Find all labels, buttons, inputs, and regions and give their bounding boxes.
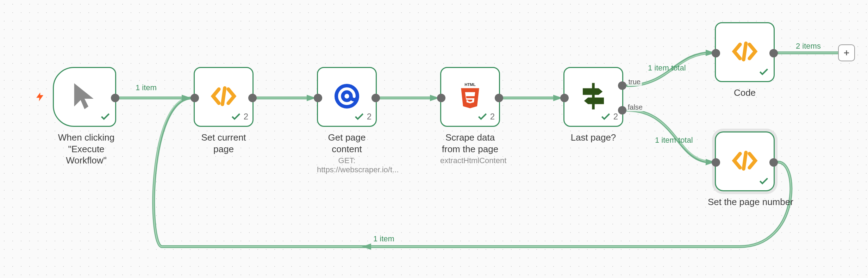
edge-label-false: 1 item total [655, 136, 693, 145]
node-trigger[interactable]: When clicking "Execute Workflow" [53, 67, 120, 166]
true-label: true [627, 78, 642, 86]
svg-rect-3 [592, 83, 595, 110]
output-port[interactable] [111, 94, 119, 102]
node-scrape-data[interactable]: HTML 2 Scrape data from the page extract… [440, 67, 500, 165]
node-title: Last page? [563, 132, 623, 143]
signpost-icon [577, 80, 609, 113]
input-port[interactable] [191, 94, 199, 102]
node-title: Code [715, 87, 775, 99]
html5-icon: HTML [456, 82, 484, 112]
exec-count: 2 [613, 112, 618, 122]
at-icon [333, 82, 361, 112]
svg-text:HTML: HTML [464, 82, 476, 87]
status-check-icon [100, 111, 111, 122]
code-icon [731, 37, 759, 67]
output-port[interactable] [769, 158, 778, 167]
output-port-false[interactable] [618, 106, 626, 115]
input-port[interactable] [712, 49, 720, 57]
node-title: Set current page [194, 132, 254, 155]
node-title: Get page content [317, 132, 377, 155]
edge-label-loop: 1 item [373, 234, 394, 243]
node-title: When clicking "Execute Workflow" [53, 132, 120, 166]
node-get-page-content[interactable]: 2 Get page content GET: https://webscrap… [317, 67, 377, 174]
status-check-icon [758, 66, 769, 78]
edge-label-code-out: 2 items [796, 42, 821, 51]
input-port[interactable] [560, 94, 569, 102]
status-check-icon [758, 175, 769, 187]
cursor-icon [69, 81, 100, 113]
exec-count: 2 [490, 112, 495, 122]
svg-point-0 [336, 86, 357, 107]
output-port-true[interactable] [618, 81, 626, 90]
edge-label-true: 1 item total [648, 63, 686, 73]
node-subtitle: GET: https://webscraper.io/t... [317, 156, 377, 174]
exec-count: 2 [244, 112, 248, 122]
trigger-bolt-icon [35, 90, 45, 107]
node-set-page-number[interactable]: Set the page number [715, 131, 775, 208]
input-port[interactable] [712, 158, 720, 167]
node-title: Scrape data from the page [440, 132, 500, 155]
output-port[interactable] [371, 94, 380, 102]
status-check-icon: 2 [600, 111, 618, 122]
input-port[interactable] [314, 94, 322, 102]
output-port[interactable] [769, 49, 778, 57]
input-port[interactable] [437, 94, 445, 102]
output-port[interactable] [248, 94, 257, 102]
code-icon [731, 147, 759, 176]
node-code[interactable]: Code [715, 22, 775, 99]
status-check-icon: 2 [477, 111, 495, 122]
status-check-icon: 2 [230, 111, 248, 122]
add-node-button[interactable] [838, 44, 855, 61]
output-port[interactable] [495, 94, 503, 102]
false-label: false [626, 103, 644, 111]
status-check-icon: 2 [354, 111, 371, 122]
node-title: Set the page number [708, 196, 782, 208]
node-subtitle: extractHtmlContent [440, 156, 500, 165]
edge-label: 1 item [136, 83, 157, 92]
node-set-current-page[interactable]: 2 Set current page [194, 67, 254, 155]
node-last-page-if[interactable]: 2 true false Last page? [563, 67, 623, 143]
code-icon [210, 82, 238, 112]
exec-count: 2 [367, 112, 371, 122]
